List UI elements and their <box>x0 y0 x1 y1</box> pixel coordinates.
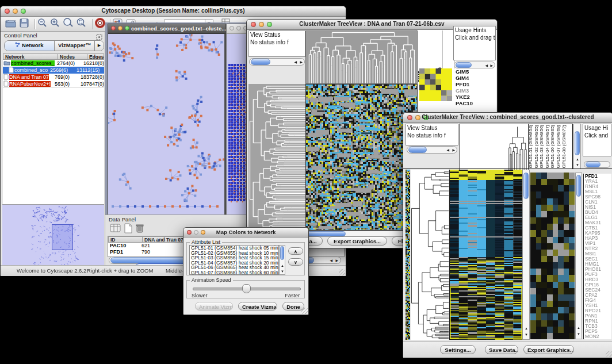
attribute-item[interactable]: GPL51-07 (GSM868) heat shock 60 min <box>190 270 278 275</box>
export-graphics-button[interactable]: Export Graphics... <box>327 236 387 246</box>
network-canvas[interactable] <box>108 34 224 216</box>
desktop: Cytoscape Desktop (Session Name: collins… <box>0 0 612 364</box>
toolbar-separator <box>92 19 93 29</box>
dialog-titlebar[interactable]: Map Colors to Network <box>183 228 308 237</box>
scroll-thumb[interactable] <box>576 175 581 197</box>
scroll-down-icon[interactable]: ▼ <box>577 332 580 336</box>
scroll-down-icon[interactable]: ▼ <box>281 270 284 273</box>
settings-button[interactable]: Settings... <box>440 345 476 354</box>
usage-hints-title: Usage Hi <box>583 124 611 132</box>
network-row[interactable]: combined_scores_ 2764(0) 16218(0) <box>3 60 104 67</box>
zoom-out-icon[interactable] <box>37 18 48 30</box>
scroll-right-icon[interactable]: ▶ <box>335 259 338 262</box>
gene-label-list: GIM5GIM4PFD1GIM3YKE2PAC10 <box>454 68 482 109</box>
row-dendrogram[interactable] <box>248 84 305 229</box>
tab-overflow-icon[interactable]: ▶ <box>95 41 104 51</box>
close-icon[interactable] <box>111 26 116 30</box>
column-dendrogram[interactable] <box>305 30 418 84</box>
row-dendrogram[interactable] <box>411 170 449 340</box>
help-lifering-icon[interactable] <box>95 18 105 30</box>
heatmap[interactable] <box>449 170 522 340</box>
scroll-down-icon[interactable]: ▼ <box>525 333 528 336</box>
maximize-icon[interactable] <box>125 26 129 30</box>
close-icon[interactable] <box>230 26 234 30</box>
scroll-thumb[interactable] <box>307 231 346 236</box>
attribute-list: GPL51-01 (GSM854) heat shock 05 minGPL51… <box>189 245 279 275</box>
gene-label: GIM3 <box>454 87 482 94</box>
scroll-thumb[interactable] <box>408 147 427 153</box>
zoom-vscrollbar[interactable]: ▲ ▼ <box>575 173 582 339</box>
inner-titlebar[interactable]: combined_scores_good.txt--cluste... <box>108 24 225 34</box>
resize-grip[interactable] <box>339 269 345 275</box>
move-up-button[interactable]: ∧ <box>288 247 303 255</box>
animation-speed-label: Animation Speed <box>190 277 233 283</box>
attribute-list-label: Attribute List <box>190 239 222 245</box>
correlation-matrix-zoom[interactable] <box>419 68 452 101</box>
resize-grip[interactable] <box>301 308 308 314</box>
select-attributes-icon[interactable] <box>110 223 121 236</box>
network-row-selected[interactable]: combined_sco 2569(6) 13112(15) <box>3 67 104 74</box>
network-view-window-1: combined_scores_good.txt--cluste... <box>108 24 226 217</box>
minimize-icon[interactable] <box>236 26 241 30</box>
scroll-right-icon[interactable]: ▶ <box>300 60 303 64</box>
tab-network[interactable]: Network <box>5 41 55 51</box>
speed-slider-thumb[interactable] <box>242 284 251 293</box>
delete-attribute-icon[interactable] <box>135 223 144 236</box>
scroll-thumb[interactable] <box>575 131 580 155</box>
window-title: ClusterMaker TreeView : combined_scores_… <box>403 114 612 120</box>
scroll-thumb[interactable] <box>280 246 284 260</box>
scroll-right-icon[interactable]: ▶ <box>452 148 455 152</box>
scroll-down-icon[interactable]: ▼ <box>576 163 579 167</box>
birdseye-view[interactable] <box>2 204 104 271</box>
network-row[interactable]: RNAPuberNov2+! 563(0) 107847(0) <box>3 81 104 87</box>
control-panel-title: Control Panel <box>4 32 37 39</box>
animate-vizmap-button[interactable]: Animate Vizmap <box>195 302 233 311</box>
zoom-in-icon[interactable] <box>50 18 60 30</box>
scroll-thumb[interactable] <box>523 173 529 199</box>
usage-hints-panel: Usage Hi Click and <box>583 124 611 156</box>
scroll-thumb[interactable] <box>456 62 472 68</box>
scroll-thumb[interactable] <box>251 59 270 65</box>
minimize-icon[interactable] <box>118 26 123 30</box>
scroll-left-icon[interactable]: ◀ <box>330 259 332 262</box>
gene-label: GIM4 <box>454 75 482 81</box>
usage-hints-text: Click and <box>583 132 611 139</box>
open-file-icon[interactable] <box>5 18 16 30</box>
new-attribute-icon[interactable] <box>124 223 133 236</box>
data-panel-title: Data Panel <box>109 216 136 223</box>
move-down-button[interactable]: ∨ <box>288 258 303 266</box>
scroll-up-icon[interactable]: ▲ <box>577 326 580 329</box>
usage-hints-scrollbar[interactable]: ◀ ▶ <box>454 62 495 68</box>
create-vizmap-button[interactable]: Create Vizmap <box>238 302 277 311</box>
usage-hints-scrollbar[interactable] <box>584 161 610 168</box>
control-panel-tabs: Network VizMapper™ ▶ <box>4 40 104 51</box>
column-dendrogram[interactable] <box>459 124 529 170</box>
network-row[interactable]: DNA and Tran 07 769(0) 183728(0) <box>3 74 104 81</box>
resize-grip[interactable] <box>606 351 612 357</box>
column-labels-scrollbar[interactable]: ▲ ▼ <box>573 124 581 169</box>
zoom-fit-icon[interactable] <box>63 18 74 30</box>
scroll-thumb[interactable] <box>586 162 600 167</box>
scroll-left-icon[interactable]: ◀ <box>485 64 488 67</box>
main-titlebar[interactable]: Cytoscape Desktop (Session Name: collins… <box>1 6 346 17</box>
attribute-list-scrollbar[interactable]: ▲ ▼ <box>279 245 285 275</box>
heatmap-vscrollbar[interactable]: ▲ ▼ <box>522 170 530 340</box>
scroll-up-icon[interactable]: ▲ <box>576 158 579 161</box>
heatmap[interactable] <box>305 84 418 231</box>
view-status-scrollbar[interactable]: ◀ ▶ <box>249 58 305 66</box>
zoom-heatmap[interactable] <box>530 173 575 339</box>
tab-vizmapper[interactable]: VizMapper™ <box>55 41 95 51</box>
save-data-button[interactable]: Save Data... <box>485 345 518 354</box>
save-icon[interactable] <box>20 18 29 30</box>
zoom-selected-icon[interactable] <box>76 18 87 30</box>
scroll-left-icon[interactable]: ◀ <box>446 148 449 152</box>
scroll-left-icon[interactable]: ◀ <box>294 60 297 64</box>
gene-label: PFD1 <box>454 81 482 87</box>
global-overview-strip[interactable] <box>406 170 410 340</box>
export-graphics-button[interactable]: Export Graphics... <box>523 345 574 354</box>
view-status-scrollbar[interactable]: ◀ ▶ <box>407 146 457 154</box>
scroll-right-icon[interactable]: ▶ <box>490 64 493 67</box>
scroll-up-icon[interactable]: ▲ <box>525 327 528 330</box>
treeview2-titlebar[interactable]: ClusterMaker TreeView : combined_scores_… <box>403 113 612 123</box>
scroll-up-icon[interactable]: ▲ <box>281 264 284 267</box>
